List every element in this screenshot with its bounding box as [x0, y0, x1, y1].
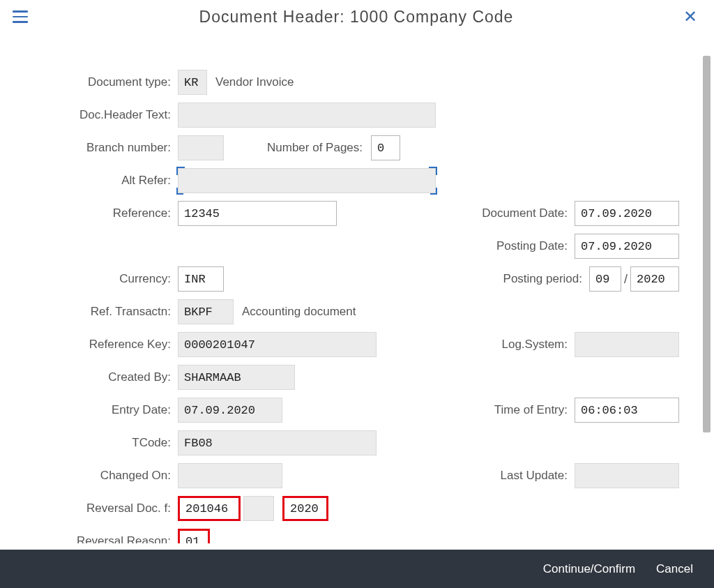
created-by-label: Created By: — [21, 370, 178, 384]
alt-refer-label: Alt Refer: — [21, 174, 178, 188]
doc-header-text-input[interactable] — [178, 103, 436, 128]
log-system-input[interactable] — [575, 332, 679, 357]
tcode-input[interactable] — [178, 430, 377, 455]
document-type-label: Document type: — [21, 75, 178, 89]
time-of-entry-input[interactable] — [575, 398, 679, 423]
reversal-doc-number-input[interactable] — [178, 496, 241, 521]
currency-input[interactable] — [178, 266, 224, 292]
changed-on-input[interactable] — [178, 463, 282, 488]
last-update-input[interactable] — [575, 463, 679, 488]
reference-key-label: Reference Key: — [21, 338, 178, 352]
posting-period-year-input[interactable] — [630, 266, 679, 292]
alt-refer-input[interactable] — [178, 168, 436, 193]
document-date-label: Document Date: — [470, 206, 575, 220]
menu-button[interactable] — [13, 4, 38, 29]
ref-transactn-input[interactable] — [178, 299, 234, 324]
log-system-label: Log.System: — [480, 338, 575, 352]
document-type-code-input[interactable] — [178, 70, 207, 95]
posting-date-label: Posting Date: — [470, 239, 575, 253]
ref-transactn-label: Ref. Transactn: — [21, 305, 178, 319]
time-of-entry-label: Time of Entry: — [470, 403, 575, 417]
reference-input[interactable] — [178, 201, 337, 226]
branch-number-label: Branch number: — [21, 141, 178, 155]
reversal-reason-input[interactable] — [178, 529, 210, 543]
document-date-input[interactable] — [575, 201, 679, 226]
reversal-doc-year-input[interactable] — [282, 496, 328, 521]
posting-period-label: Posting period: — [485, 272, 589, 286]
close-button[interactable]: ✕ — [675, 7, 706, 27]
titlebar: Document Header: 1000 Company Code ✕ — [0, 0, 714, 33]
reversal-doc-gap-input[interactable] — [243, 496, 274, 521]
currency-label: Currency: — [21, 272, 178, 286]
number-of-pages-input[interactable] — [371, 135, 400, 160]
created-by-input[interactable] — [178, 365, 295, 390]
document-type-description: Vendor Invoice — [215, 75, 294, 89]
cancel-button[interactable]: Cancel — [656, 562, 693, 576]
dialog-title: Document Header: 1000 Company Code — [38, 8, 675, 27]
reversal-doc-label: Reversal Doc. f: — [21, 502, 178, 515]
entry-date-label: Entry Date: — [21, 403, 178, 417]
entry-date-input[interactable] — [178, 398, 282, 423]
reference-key-input[interactable] — [178, 332, 377, 357]
footer-bar: Continue/Confirm Cancel — [0, 550, 714, 588]
posting-period-month-input[interactable] — [589, 266, 621, 292]
reversal-reason-label: Reversal Reason: — [21, 534, 178, 543]
branch-number-input[interactable] — [178, 135, 224, 160]
continue-confirm-button[interactable]: Continue/Confirm — [543, 562, 635, 576]
posting-date-input[interactable] — [575, 234, 679, 259]
vertical-scrollbar[interactable] — [703, 56, 711, 432]
reference-label: Reference: — [21, 206, 178, 220]
posting-period-separator: / — [621, 272, 630, 287]
ref-transactn-description: Accounting document — [242, 305, 356, 319]
number-of-pages-label: Number of Pages: — [267, 141, 363, 155]
form-content: Document type: Vendor Invoice Doc.Header… — [0, 42, 700, 543]
doc-header-text-label: Doc.Header Text: — [21, 108, 178, 122]
tcode-label: TCode: — [21, 436, 178, 450]
last-update-label: Last Update: — [470, 469, 575, 483]
changed-on-label: Changed On: — [21, 469, 178, 483]
